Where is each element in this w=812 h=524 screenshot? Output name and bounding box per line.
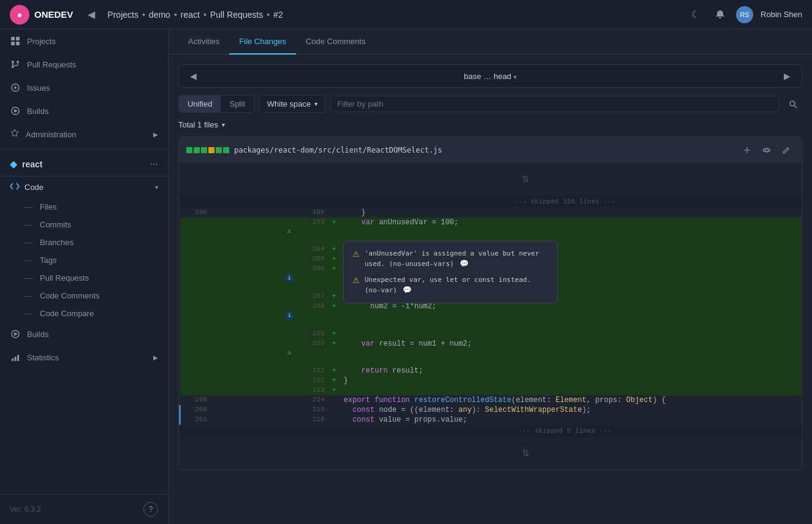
projects-icon [10, 36, 21, 47]
file-edit-button[interactable] [778, 142, 794, 158]
sidebar-item-code[interactable]: Code ▾ [0, 177, 168, 198]
table-row: ⚠ 210 + var result = num1 + num2; [180, 339, 802, 366]
whitespace-label: White space [267, 99, 311, 108]
content-area: Activities File Changes Code Comments ◀ … [169, 29, 812, 524]
total-files[interactable]: Total 1 files ▾ [178, 120, 802, 129]
table-row: i 208 + num2 = -1*num2; [180, 302, 802, 329]
status-dot [208, 147, 214, 153]
svg-rect-1 [16, 37, 20, 40]
sidebar-item-builds[interactable]: Builds [0, 99, 168, 123]
administration-chevron-icon: ▶ [153, 131, 158, 138]
code-submenu: — Files — Commits — Branches — Tags — Pu… [0, 198, 168, 322]
logo-area[interactable]: ● ONEDEV [10, 5, 73, 25]
collapse-sidebar-button[interactable]: ◀ [83, 6, 100, 23]
code-table: ⇅ ··· skipped 195 lines ··· 196 [179, 163, 802, 469]
breadcrumb-pull-requests[interactable]: Pull Requests [210, 10, 263, 20]
warning-icon: ⚠ [287, 349, 292, 356]
table-row: 200 215 const node = ((element: any): Se… [180, 405, 802, 415]
breadcrumb-projects[interactable]: Projects [107, 10, 138, 20]
pull-requests-sub-label: Pull Requests [40, 273, 89, 283]
total-files-chevron-icon: ▾ [222, 121, 225, 128]
table-row: 209 + [180, 329, 802, 339]
file-diff-header: packages/react-dom/src/client/ReactDOMSe… [179, 137, 802, 163]
whitespace-button[interactable]: White space ▾ [259, 95, 326, 113]
sidebar-item-administration[interactable]: Administration ▶ [0, 123, 168, 146]
tab-code-comments[interactable]: Code Comments [296, 29, 376, 55]
warning-comment-link-1[interactable]: 💬 [460, 259, 469, 268]
whitespace-dropdown-icon: ▾ [314, 101, 317, 107]
collapse-button-bottom[interactable]: ⇅ [522, 448, 529, 458]
repo-more-button[interactable]: ··· [150, 159, 158, 170]
warning-item-2: ⚠ Unexpected var, use let or const inste… [352, 275, 548, 295]
svg-point-5 [12, 66, 14, 68]
warning-tooltip: ⚠ 'anUnusedVar' is assigned a value but … [343, 241, 558, 303]
status-dot [216, 147, 222, 153]
compare-prev-button[interactable]: ◀ [186, 69, 200, 83]
tab-file-changes[interactable]: File Changes [229, 29, 296, 55]
commits-label: Commits [40, 220, 71, 229]
compare-bar: ◀ base … head ▾ ▶ [178, 64, 802, 88]
collapse-row-bottom: ⇅ [180, 437, 802, 469]
svg-rect-16 [17, 355, 19, 361]
help-button[interactable]: ? [143, 502, 158, 517]
sidebar-item-pull-requests-sub[interactable]: — Pull Requests [5, 269, 168, 287]
table-row: 199 214 export function restoreControlle… [180, 395, 802, 405]
warning-item-1: ⚠ 'anUnusedVar' is assigned a value but … [352, 249, 548, 269]
issues-label: Issues [27, 83, 50, 93]
file-diff-block: packages/react-dom/src/client/ReactDOMSe… [178, 137, 802, 470]
tab-activities[interactable]: Activities [178, 29, 229, 55]
sidebar-item-issues[interactable]: Issues [0, 76, 168, 99]
warning-text-2: Unexpected var, use let or const instead… [365, 276, 531, 294]
unified-button[interactable]: Unified [179, 96, 221, 112]
breadcrumb-react[interactable]: react [181, 10, 200, 20]
builds-icon [10, 105, 21, 116]
svg-marker-11 [14, 109, 18, 113]
split-button[interactable]: Split [221, 96, 253, 112]
nav-actions: ☾ RS Robin Shen [687, 6, 802, 23]
sidebar-item-builds-sub[interactable]: Builds [0, 322, 168, 346]
status-dot [201, 147, 207, 153]
filter-input[interactable] [337, 99, 772, 108]
sidebar-item-commits[interactable]: — Commits [5, 216, 168, 234]
svg-rect-3 [16, 42, 20, 45]
collapse-button[interactable]: ⇅ [522, 174, 529, 184]
sidebar-item-branches[interactable]: — Branches [5, 234, 168, 251]
repo-header: ◆ react ··· [0, 152, 168, 177]
sidebar-item-code-comments[interactable]: — Code Comments [5, 287, 168, 305]
search-button[interactable] [784, 97, 802, 111]
svg-line-18 [795, 105, 797, 108]
tabs-bar: Activities File Changes Code Comments [169, 29, 812, 55]
breadcrumb-demo[interactable]: demo [149, 10, 170, 20]
compare-next-button[interactable]: ▶ [780, 69, 794, 83]
file-view-button[interactable] [759, 142, 775, 158]
theme-toggle-button[interactable]: ☾ [687, 6, 704, 23]
user-avatar: RS [736, 6, 753, 23]
warning-comment-link-2[interactable]: 💬 [403, 286, 412, 294]
files-label: Files [40, 202, 56, 211]
sidebar-item-statistics[interactable]: Statistics ▶ [0, 346, 168, 369]
sidebar-item-pull-requests[interactable]: Pull Requests [0, 53, 168, 76]
branches-label: Branches [40, 238, 74, 247]
info-icon: i [285, 274, 294, 283]
skipped-lines-row: ··· skipped 195 lines ··· [180, 196, 802, 208]
skipped-lines-row: ··· skipped 5 lines ··· [180, 425, 802, 437]
status-dot [186, 147, 192, 153]
sidebar-item-projects[interactable]: Projects [0, 29, 168, 53]
diff-view-toggle: Unified Split [178, 95, 254, 113]
sidebar-item-tags[interactable]: — Tags [5, 251, 168, 269]
file-diff-button[interactable] [739, 142, 755, 158]
code-expand-icon: ▾ [155, 184, 158, 191]
app-logo-icon: ● [10, 5, 29, 25]
notifications-button[interactable] [711, 6, 729, 23]
sidebar-item-files[interactable]: — Files [5, 198, 168, 216]
warning-triangle-icon-1: ⚠ [352, 249, 360, 259]
table-row: 201 216 const value = props.value; [180, 415, 802, 425]
breadcrumb-number[interactable]: #2 [273, 10, 283, 20]
svg-rect-15 [15, 357, 17, 361]
code-compare-label: Code Compare [40, 309, 94, 318]
svg-rect-0 [11, 37, 15, 40]
sidebar-item-code-compare[interactable]: — Code Compare [5, 305, 168, 322]
builds-sub-icon [10, 328, 21, 340]
warning-triangle-icon-2: ⚠ [352, 276, 360, 285]
file-status-dots [186, 147, 229, 153]
